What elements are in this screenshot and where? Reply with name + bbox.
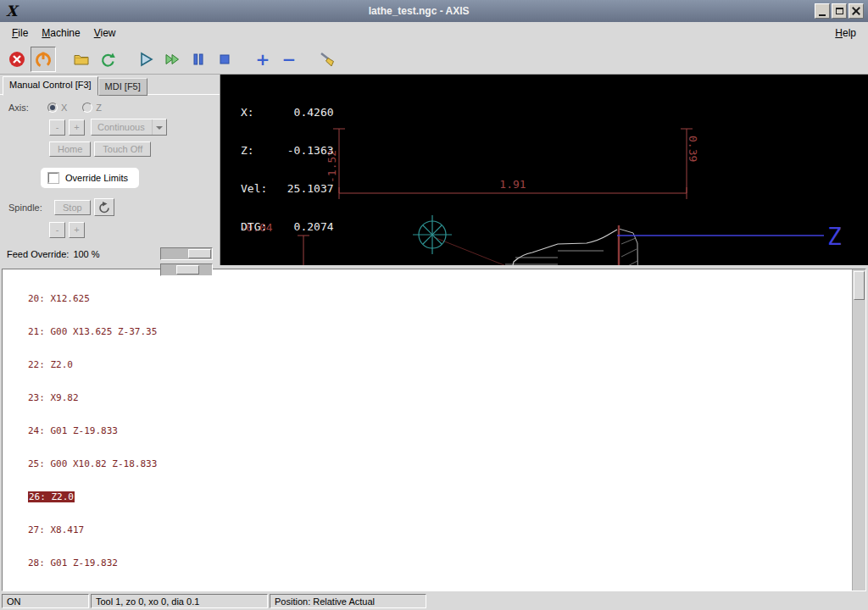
spindle-turn-button[interactable] xyxy=(94,198,114,216)
spindle-label: Spindle: xyxy=(8,202,46,213)
titlebar[interactable]: X lathe_test.ngc - AXIS xyxy=(0,0,868,22)
menu-help[interactable]: Help xyxy=(828,25,863,42)
maximize-button[interactable] xyxy=(832,3,847,19)
estop-icon xyxy=(8,50,26,69)
power-icon xyxy=(34,50,53,69)
folder-icon xyxy=(72,50,91,69)
toolbar: + − xyxy=(0,44,868,75)
feed-override-value: 100 % xyxy=(73,249,99,259)
axis-radio-x[interactable] xyxy=(47,103,58,113)
axis-radio-z[interactable] xyxy=(82,103,92,113)
feed-override-slider[interactable] xyxy=(160,247,213,260)
dro-line-x: X: 0.4260 xyxy=(241,106,334,119)
axis-radio-z-label: Z xyxy=(96,103,102,113)
x11-logo-icon: X xyxy=(6,3,17,19)
spindle-rotate-icon xyxy=(97,201,111,214)
tab-manual-control[interactable]: Manual Control [F3] xyxy=(3,76,98,96)
run-button[interactable] xyxy=(133,47,159,72)
menu-machine[interactable]: Machine xyxy=(35,25,86,42)
override-limits-checkbox[interactable] xyxy=(48,173,58,183)
menu-view[interactable]: View xyxy=(87,25,123,42)
dim-z-total-label: 1.91 xyxy=(499,178,526,191)
spindle-stop-button[interactable]: Stop xyxy=(54,200,91,215)
zoom-in-button[interactable]: + xyxy=(250,47,275,72)
jog-mode-value: Continuous xyxy=(97,122,145,132)
tab-manual-control-label: Manual Control [F3] xyxy=(9,80,92,90)
dro-line-dtg: DTG: 0.2074 xyxy=(241,220,334,233)
gcode-section: 20: X12.625 21: G00 X13.625 Z-37.35 22: … xyxy=(0,265,868,593)
reload-button[interactable] xyxy=(95,47,120,72)
maximize-icon xyxy=(836,8,843,14)
stop-button[interactable] xyxy=(212,47,237,72)
panel-tabs: Manual Control [F3] MDI [F5] xyxy=(0,75,220,94)
jog-mode-select[interactable]: Continuous xyxy=(91,119,167,136)
jog-speed-slider-thumb[interactable] xyxy=(176,265,199,274)
part-profile xyxy=(339,225,688,265)
brush-icon xyxy=(318,50,337,69)
menu-file[interactable]: File xyxy=(5,25,35,42)
tab-mdi-label: MDI [F5] xyxy=(105,81,141,92)
gcode-line[interactable]: 28: G01 Z-19.832 xyxy=(28,557,852,568)
position-mode-cell: Position: Relative Actual xyxy=(270,594,426,608)
feed-override-label: Feed Override: xyxy=(7,249,69,259)
preview-area[interactable]: -1.52 1.91 0.39 -0.04 0.63 0.59 xyxy=(220,75,868,265)
zoom-out-icon: − xyxy=(282,51,297,68)
minimize-icon xyxy=(819,14,826,16)
play-icon xyxy=(136,50,155,69)
estop-button[interactable] xyxy=(4,47,30,72)
zoom-out-button[interactable]: − xyxy=(276,47,302,72)
hatch-lines xyxy=(621,238,637,265)
touch-off-button[interactable]: Touch Off xyxy=(94,141,151,157)
spindle-plus-button[interactable]: + xyxy=(69,222,85,238)
panel-body: Axis: X Z - + Continuous Home Tou xyxy=(0,94,220,285)
dimension-lines xyxy=(298,129,693,265)
tool-crosshair-icon xyxy=(413,215,452,254)
home-button[interactable]: Home xyxy=(49,141,91,157)
z-axis-label: Z xyxy=(827,223,842,251)
axis-label: Axis: xyxy=(8,103,47,113)
gcode-listing: 20: X12.625 21: G00 X13.625 Z-37.35 22: … xyxy=(2,269,866,591)
jog-minus-button[interactable]: - xyxy=(49,119,65,136)
roughing-passes xyxy=(475,251,604,265)
gcode-line[interactable]: 24: G01 Z-19.833 xyxy=(28,425,852,436)
machine-state-cell: ON xyxy=(2,594,89,608)
gcode-scrollbar-thumb[interactable] xyxy=(854,271,865,300)
jog-speed-slider[interactable] xyxy=(160,263,213,276)
gcode-line[interactable]: 20: X12.625 xyxy=(28,293,852,304)
tab-mdi[interactable]: MDI [F5] xyxy=(98,78,147,96)
chevron-down-icon xyxy=(152,119,166,135)
step-button[interactable] xyxy=(159,47,185,72)
zoom-in-icon: + xyxy=(256,51,270,68)
gcode-line[interactable]: 27: X8.417 xyxy=(28,524,852,535)
gcode-line[interactable]: 23: X9.82 xyxy=(28,392,852,403)
gcode-line[interactable]: 25: G00 X10.82 Z-18.833 xyxy=(28,458,852,469)
feed-override-slider-thumb[interactable] xyxy=(188,249,211,258)
clear-plot-button[interactable] xyxy=(314,47,340,72)
gcode-line[interactable]: 21: G00 X13.625 Z-37.35 xyxy=(28,326,852,337)
stop-icon xyxy=(215,50,234,69)
dro-line-vel: Vel: 25.1037 xyxy=(241,182,334,195)
gcode-line[interactable]: 22: Z2.0 xyxy=(28,359,852,370)
gcode-scrollbar[interactable] xyxy=(852,269,865,591)
menubar: File Machine View Help xyxy=(0,22,868,44)
tool-info-cell: Tool 1, zo 0, xo 0, dia 0.1 xyxy=(91,594,268,608)
window-title: lathe_test.ngc - AXIS xyxy=(23,5,815,17)
jog-plus-button[interactable]: + xyxy=(69,119,85,136)
manual-control-panel: Manual Control [F3] MDI [F5] Axis: X Z -… xyxy=(0,75,220,265)
axis-radio-x-label: X xyxy=(61,103,67,113)
machine-on-button[interactable] xyxy=(31,47,56,72)
pause-icon xyxy=(189,50,208,69)
statusbar: ON Tool 1, zo 0, xo 0, dia 0.1 Position:… xyxy=(0,593,868,610)
gcode-line-active[interactable]: 26: Z2.0 xyxy=(28,491,852,502)
statusbar-filler xyxy=(428,594,866,608)
spindle-minus-button[interactable]: - xyxy=(49,222,65,238)
open-file-button[interactable] xyxy=(69,47,94,72)
close-button[interactable] xyxy=(849,3,864,19)
step-icon xyxy=(163,50,181,69)
override-limits-control: Override Limits xyxy=(41,168,139,188)
override-limits-label: Override Limits xyxy=(65,173,128,183)
dro-readout: X: 0.4260 Z: -0.1363 Vel: 25.1037 DTG: 0… xyxy=(241,80,334,258)
pause-button[interactable] xyxy=(186,47,211,72)
minimize-button[interactable] xyxy=(815,3,830,19)
reload-icon xyxy=(98,50,117,69)
